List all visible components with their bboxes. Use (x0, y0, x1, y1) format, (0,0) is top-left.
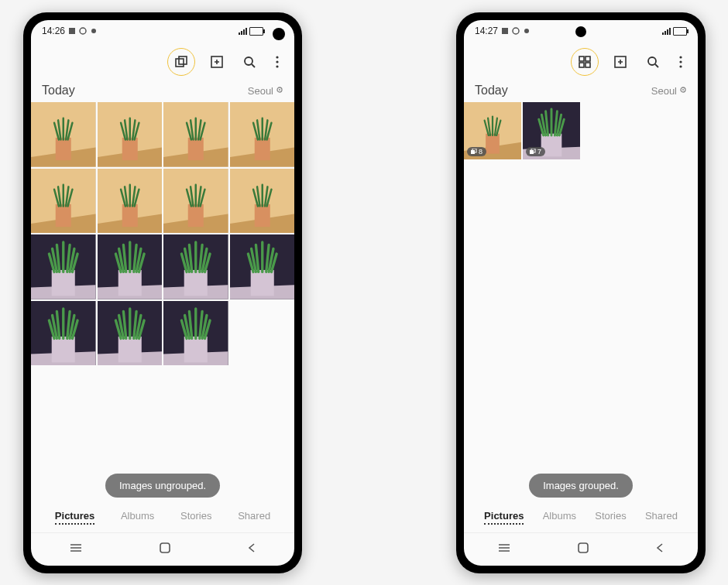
notification-icon (68, 27, 76, 35)
nav-recents-icon[interactable] (69, 542, 83, 556)
svg-rect-21 (176, 59, 184, 67)
nav-back-icon[interactable] (247, 542, 256, 556)
svg-point-51 (679, 65, 682, 67)
photo-thumb[interactable] (31, 234, 96, 299)
create-button[interactable] (206, 51, 228, 73)
svg-rect-42 (579, 63, 584, 67)
photo-thumb[interactable] (163, 301, 228, 366)
location-label[interactable]: Seoul (248, 85, 283, 97)
photo-thumb[interactable] (163, 169, 228, 234)
photo-thumb[interactable] (31, 102, 96, 167)
toast-message: Images grouped. (529, 474, 633, 498)
svg-point-49 (679, 56, 682, 58)
stack-count-badge: 7 (526, 147, 545, 156)
screen: 14:26 (31, 20, 294, 566)
notification-icon (501, 27, 509, 35)
tab-albums[interactable]: Albums (543, 510, 576, 525)
svg-point-50 (679, 60, 682, 63)
nav-bar (464, 532, 698, 566)
sync-status-icon (90, 27, 98, 35)
photo-thumb[interactable] (98, 169, 163, 234)
svg-rect-36 (160, 543, 170, 552)
more-button[interactable] (675, 51, 687, 73)
tab-pictures[interactable]: Pictures (55, 510, 94, 525)
nav-home-icon[interactable] (577, 542, 589, 557)
tab-albums[interactable]: Albums (121, 510, 154, 525)
photo-stack[interactable]: 7 (523, 102, 580, 159)
photo-grid (31, 102, 294, 365)
svg-point-32 (279, 89, 280, 91)
bottom-tabs: Pictures Albums Stories Shared (31, 505, 294, 532)
svg-rect-40 (579, 56, 584, 61)
svg-point-38 (513, 28, 519, 34)
status-time: 14:26 (42, 26, 65, 36)
svg-line-48 (655, 64, 658, 67)
svg-rect-41 (585, 56, 590, 61)
photo-thumb[interactable] (31, 301, 96, 366)
photo-thumb[interactable] (163, 234, 228, 299)
svg-line-27 (252, 64, 255, 67)
group-toggle-button[interactable] (167, 48, 195, 76)
nav-bar (31, 532, 294, 566)
group-toggle-button[interactable] (571, 48, 599, 76)
svg-point-39 (524, 29, 529, 33)
svg-rect-61 (579, 543, 588, 552)
stack-icon (530, 149, 536, 155)
sync-status-icon (523, 27, 531, 35)
svg-point-19 (80, 28, 86, 34)
section-header: Today Seoul (31, 82, 294, 102)
more-button[interactable] (271, 51, 283, 73)
photo-thumb[interactable] (98, 102, 163, 167)
location-pin-icon (679, 87, 687, 94)
status-bar: 14:27 (464, 20, 698, 42)
tab-stories[interactable]: Stories (595, 510, 626, 525)
photo-stack[interactable]: 8 (464, 102, 521, 159)
nav-back-icon[interactable] (655, 542, 664, 556)
photo-thumb[interactable] (230, 169, 295, 234)
status-time: 14:27 (475, 26, 498, 36)
svg-rect-22 (179, 56, 187, 64)
photo-thumb[interactable] (98, 234, 163, 299)
battery-icon (673, 27, 687, 36)
photo-thumb[interactable] (230, 234, 295, 299)
search-button[interactable] (239, 51, 260, 73)
photo-thumb[interactable] (98, 301, 163, 366)
stack-icon (471, 149, 477, 155)
svg-rect-37 (502, 28, 508, 34)
signal-icon (239, 27, 247, 35)
nav-recents-icon[interactable] (497, 542, 511, 556)
photo-thumb[interactable] (230, 102, 295, 167)
battery-icon (249, 27, 263, 36)
settings-status-icon (79, 27, 87, 35)
svg-rect-18 (69, 28, 75, 34)
section-title: Today (42, 84, 75, 98)
screen: 14:27 (464, 20, 698, 566)
stack-count-badge: 8 (467, 147, 486, 156)
section-title: Today (475, 84, 508, 98)
bottom-tabs: Pictures Albums Stories Shared (464, 505, 698, 532)
status-bar: 14:26 (31, 20, 294, 42)
location-label[interactable]: Seoul (651, 85, 687, 97)
section-header: Today Seoul (464, 82, 698, 102)
svg-point-29 (276, 60, 278, 63)
create-button[interactable] (610, 51, 631, 73)
toolbar (31, 42, 294, 82)
svg-point-30 (276, 65, 278, 67)
nav-home-icon[interactable] (159, 542, 171, 557)
svg-point-26 (245, 57, 252, 65)
photo-thumb[interactable] (163, 102, 228, 167)
svg-point-53 (682, 89, 684, 91)
tab-stories[interactable]: Stories (180, 510, 211, 525)
photo-grid: 8 7 (464, 102, 698, 159)
tab-shared[interactable]: Shared (645, 510, 678, 525)
search-button[interactable] (642, 51, 664, 73)
tab-pictures[interactable]: Pictures (484, 510, 524, 525)
toast-message: Images ungrouped. (105, 474, 220, 498)
tab-shared[interactable]: Shared (238, 510, 270, 525)
svg-point-28 (276, 56, 278, 58)
signal-icon (662, 27, 671, 35)
svg-point-20 (91, 29, 96, 33)
svg-rect-43 (585, 63, 590, 67)
phone-note10: 14:27 (456, 12, 706, 573)
photo-thumb[interactable] (31, 169, 96, 234)
